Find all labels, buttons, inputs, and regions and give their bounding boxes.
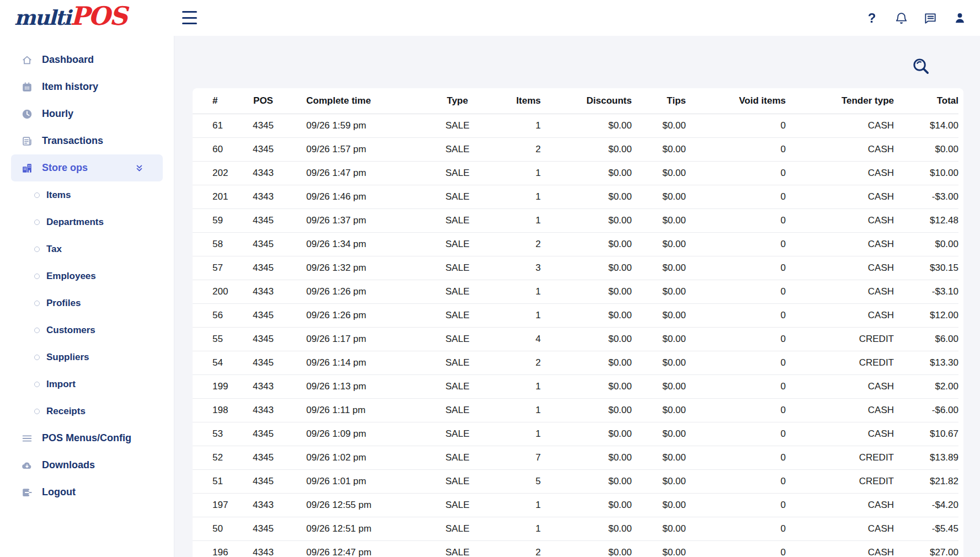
notifications-bell-icon[interactable] (894, 11, 908, 25)
cell-type: SALE (433, 517, 482, 540)
sidebar-item-item-history[interactable]: Item history (0, 73, 174, 100)
table-row[interactable]: 200434309/26 1:26 pmSALE1$0.00$0.000CASH… (193, 280, 958, 303)
cell-num: 198 (193, 398, 242, 422)
table-row[interactable]: 53434509/26 1:09 pmSALE1$0.00$0.000CASH$… (193, 422, 958, 446)
cell-pos: 4345 (242, 208, 284, 232)
sidebar-item-store-ops[interactable]: Store ops (11, 154, 163, 181)
bullet-icon (34, 328, 40, 333)
table-row[interactable]: 201434309/26 1:46 pmSALE1$0.00$0.000CASH… (193, 185, 958, 208)
cell-discounts: $0.00 (541, 114, 632, 137)
table-row[interactable]: 202434309/26 1:47 pmSALE1$0.00$0.000CASH… (193, 161, 958, 185)
help-icon[interactable]: ? (865, 11, 879, 25)
table-row[interactable]: 60434509/26 1:57 pmSALE2$0.00$0.000CASH$… (193, 137, 958, 161)
sidebar-item-downloads[interactable]: Downloads (0, 452, 174, 479)
clock-icon (21, 108, 33, 120)
cell-items: 1 (482, 422, 541, 446)
sidebar-item-dashboard[interactable]: Dashboard (0, 46, 174, 73)
messages-chat-icon[interactable] (923, 11, 938, 25)
cell-complete-time: 09/26 1:57 pm (284, 137, 433, 161)
sidebar-item-hourly[interactable]: Hourly (0, 100, 174, 127)
menu-lines-icon (21, 432, 33, 444)
cell-items: 1 (482, 493, 541, 517)
cell-discounts: $0.00 (541, 493, 632, 517)
table-row[interactable]: 61434509/26 1:59 pmSALE1$0.00$0.000CASH$… (193, 114, 958, 137)
cell-pos: 4343 (242, 398, 284, 422)
cell-type: SALE (433, 469, 482, 493)
cell-num: 54 (193, 351, 242, 374)
table-row[interactable]: 51434509/26 1:01 pmSALE5$0.00$0.000CREDI… (193, 469, 958, 493)
menu-toggle-icon[interactable] (182, 11, 197, 24)
table-row[interactable]: 197434309/26 12:55 pmSALE1$0.00$0.000CAS… (193, 493, 958, 517)
sidebar-item-label: Downloads (42, 459, 95, 471)
sidebar-subitem-import[interactable]: Import (0, 371, 174, 398)
table-row[interactable]: 56434509/26 1:26 pmSALE1$0.00$0.000CASH$… (193, 303, 958, 327)
table-row[interactable]: 198434309/26 1:11 pmSALE1$0.00$0.000CASH… (193, 398, 958, 422)
cell-complete-time: 09/26 1:13 pm (284, 374, 433, 398)
cell-discounts: $0.00 (541, 374, 632, 398)
cell-tender-type: CASH (786, 422, 894, 446)
cell-tender-type: CASH (786, 256, 894, 280)
sidebar-item-label: Store ops (42, 162, 88, 174)
cell-void-items: 0 (686, 161, 786, 185)
cell-tips: $0.00 (632, 517, 686, 540)
sidebar-subitem-departments[interactable]: Departments (0, 208, 174, 235)
cell-tender-type: CREDIT (786, 351, 894, 374)
sidebar-subitem-label: Profiles (46, 298, 81, 309)
sidebar-subitem-label: Suppliers (46, 352, 89, 363)
column-header-pos: POS (242, 88, 284, 114)
table-row[interactable]: 199434309/26 1:13 pmSALE1$0.00$0.000CASH… (193, 374, 958, 398)
sidebar-subitem-tax[interactable]: Tax (0, 235, 174, 263)
app-logo[interactable]: multiPOS (14, 1, 126, 31)
sidebar-nav: DashboardItem historyHourlyTransactionsS… (0, 46, 174, 506)
sidebar-subitem-employees[interactable]: Employees (0, 263, 174, 290)
table-row[interactable]: 57434509/26 1:32 pmSALE3$0.00$0.000CASH$… (193, 256, 958, 280)
cell-num: 61 (193, 114, 242, 137)
table-header: #POSComplete timeTypeItemsDiscountsTipsV… (193, 88, 958, 114)
cell-tender-type: CASH (786, 493, 894, 517)
cell-pos: 4345 (242, 114, 284, 137)
table-row[interactable]: 59434509/26 1:37 pmSALE1$0.00$0.000CASH$… (193, 208, 958, 232)
cell-num: 58 (193, 232, 242, 256)
cell-tender-type: CASH (786, 232, 894, 256)
cell-discounts: $0.00 (541, 303, 632, 327)
table-row[interactable]: 55434509/26 1:17 pmSALE4$0.00$0.000CREDI… (193, 327, 958, 351)
sidebar-item-pos-menus-config[interactable]: POS Menus/Config (0, 425, 174, 452)
cell-void-items: 0 (686, 517, 786, 540)
cell-num: 60 (193, 137, 242, 161)
table-row[interactable]: 54434509/26 1:14 pmSALE2$0.00$0.000CREDI… (193, 351, 958, 374)
cell-total: $21.82 (894, 469, 958, 493)
account-person-icon[interactable] (952, 11, 967, 25)
cell-total: -$3.10 (894, 280, 958, 303)
cell-type: SALE (433, 327, 482, 351)
sidebar-item-transactions[interactable]: Transactions (0, 127, 174, 154)
sidebar-item-label: POS Menus/Config (42, 432, 131, 444)
cell-pos: 4343 (242, 161, 284, 185)
table-row[interactable]: 58434509/26 1:34 pmSALE2$0.00$0.000CASH$… (193, 232, 958, 256)
column-header-num: # (193, 88, 242, 114)
cell-type: SALE (433, 493, 482, 517)
cell-items: 2 (482, 232, 541, 256)
cell-total: $13.89 (894, 446, 958, 469)
cell-pos: 4345 (242, 256, 284, 280)
cell-type: SALE (433, 114, 482, 137)
cell-type: SALE (433, 137, 482, 161)
table-row[interactable]: 196434309/26 12:47 pmSALE2$0.00$0.000CAS… (193, 540, 958, 557)
cell-discounts: $0.00 (541, 398, 632, 422)
sidebar-subitem-suppliers[interactable]: Suppliers (0, 344, 174, 371)
cell-void-items: 0 (686, 446, 786, 469)
sidebar-subitem-profiles[interactable]: Profiles (0, 290, 174, 317)
column-header-type: Type (433, 88, 482, 114)
table-row[interactable]: 52434509/26 1:02 pmSALE7$0.00$0.000CREDI… (193, 446, 958, 469)
cell-pos: 4343 (242, 540, 284, 557)
sidebar-item-logout[interactable]: Logout (0, 479, 174, 506)
cell-num: 55 (193, 327, 242, 351)
sidebar-subitem-customers[interactable]: Customers (0, 317, 174, 344)
sidebar-subitem-receipts[interactable]: Receipts (0, 398, 174, 425)
table-row[interactable]: 50434509/26 12:51 pmSALE1$0.00$0.000CASH… (193, 517, 958, 540)
cell-num: 51 (193, 469, 242, 493)
chevrons-down-icon[interactable] (135, 163, 144, 173)
search-icon[interactable] (912, 57, 930, 76)
cell-items: 2 (482, 137, 541, 161)
cell-tips: $0.00 (632, 137, 686, 161)
sidebar-subitem-items[interactable]: Items (0, 181, 174, 208)
